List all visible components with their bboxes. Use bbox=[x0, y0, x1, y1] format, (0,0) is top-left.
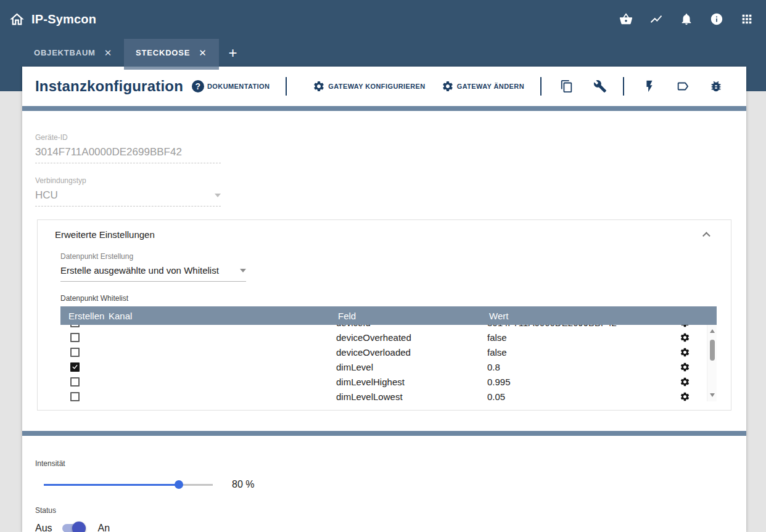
tab-objektbaum-label: OBJEKTBAUM bbox=[34, 48, 96, 57]
scrollbar-thumb[interactable] bbox=[710, 340, 715, 361]
toolbar-divider bbox=[623, 77, 624, 96]
device-controls: Intensität 80 % Status Aus An bbox=[22, 436, 746, 532]
info-icon[interactable] bbox=[710, 12, 723, 26]
advanced-settings-header[interactable]: Erweiterte Einstellungen bbox=[38, 220, 731, 245]
intensity-slider[interactable] bbox=[44, 480, 213, 489]
datenpunkt-erstellung-select[interactable]: Erstelle ausgewählte und von Whitelist bbox=[60, 265, 246, 282]
gateway-change-button[interactable]: GATEWAY ÄNDERN bbox=[442, 80, 524, 92]
row-checkbox[interactable] bbox=[70, 333, 80, 342]
slider-thumb[interactable] bbox=[175, 480, 183, 489]
row-settings-button[interactable] bbox=[680, 377, 690, 387]
whitelist-table-header: Erstellen Kanal Feld Wert bbox=[60, 306, 717, 325]
section-divider bbox=[22, 431, 746, 436]
chevron-up-icon[interactable] bbox=[702, 232, 710, 240]
row-settings-button[interactable] bbox=[680, 332, 690, 343]
column-header-kanal: Kanal bbox=[109, 311, 338, 321]
row-settings-button[interactable] bbox=[680, 362, 690, 372]
label-button[interactable] bbox=[676, 80, 690, 93]
toolbar-divider bbox=[540, 77, 542, 96]
tab-objektbaum[interactable]: OBJEKTBAUM ✕ bbox=[22, 39, 124, 67]
advanced-settings-title: Erweiterte Einstellungen bbox=[55, 229, 155, 240]
datenpunkt-erstellung-field[interactable]: Datenpunkt Erstellung Erstelle ausgewähl… bbox=[60, 252, 246, 282]
toolbar-buttons: ? DOKUMENTATION GATEWAY KONFIGURIEREN GA… bbox=[192, 77, 723, 96]
geraete-id-field: Geräte-ID 3014F711A0000DE2699BBF42 bbox=[35, 133, 221, 163]
flash-button[interactable] bbox=[643, 80, 656, 93]
label-tag-icon bbox=[676, 80, 690, 93]
row-settings-button[interactable] bbox=[680, 325, 690, 328]
wrench-button[interactable] bbox=[593, 80, 607, 93]
toggle-thumb[interactable] bbox=[72, 522, 86, 532]
tab-steckdose[interactable]: STECKDOSE ✕ bbox=[124, 39, 218, 67]
cell-wert: false bbox=[487, 347, 672, 358]
help-icon: ? bbox=[192, 80, 204, 92]
status-toggle-row: Aus An bbox=[35, 522, 746, 532]
documentation-button[interactable]: ? DOKUMENTATION bbox=[192, 80, 270, 92]
cell-wert: 0.8 bbox=[487, 362, 672, 372]
row-checkbox[interactable] bbox=[70, 348, 80, 357]
tab-close-icon[interactable]: ✕ bbox=[104, 47, 112, 59]
table-row: dimLevelHighest 0.995 bbox=[60, 374, 707, 389]
whitelist-label: Datenpunkt Whitelist bbox=[60, 294, 716, 303]
add-tab-button[interactable]: + bbox=[219, 39, 247, 67]
row-checkbox[interactable] bbox=[70, 325, 80, 327]
intensity-slider-fill bbox=[44, 484, 179, 486]
cell-wert: false bbox=[487, 332, 672, 343]
cell-feld: dimLevelHighest bbox=[336, 377, 487, 387]
check-icon bbox=[72, 363, 78, 370]
verbindungstyp-field: Verbindungstyp HCU bbox=[35, 176, 221, 207]
apps-grid-icon[interactable] bbox=[740, 12, 754, 26]
gear-icon bbox=[680, 325, 690, 328]
gear-icon bbox=[680, 362, 690, 372]
column-header-erstellen: Erstellen bbox=[60, 311, 109, 321]
gear-icon bbox=[680, 377, 690, 387]
status-toggle[interactable] bbox=[62, 522, 84, 532]
status-label: Status bbox=[35, 506, 746, 515]
gear-icon bbox=[680, 391, 690, 402]
row-settings-button[interactable] bbox=[680, 391, 690, 402]
row-settings-button[interactable] bbox=[680, 347, 690, 358]
advanced-settings-body: Datenpunkt Erstellung Erstelle ausgewähl… bbox=[38, 245, 731, 410]
table-row: dimLevel 0.8 bbox=[60, 359, 707, 374]
flash-icon bbox=[643, 80, 656, 93]
documentation-label: DOKUMENTATION bbox=[207, 83, 270, 90]
scroll-down-icon[interactable] bbox=[710, 393, 715, 397]
instance-form: Geräte-ID 3014F711A0000DE2699BBF42 Verbi… bbox=[22, 111, 746, 207]
toolbar-divider bbox=[286, 77, 287, 96]
scroll-up-icon[interactable] bbox=[710, 329, 715, 333]
intensity-label: Intensität bbox=[35, 459, 746, 468]
gateway-configure-label: GATEWAY KONFIGURIEREN bbox=[328, 83, 425, 90]
app-bar: IP-Symcon bbox=[0, 0, 766, 38]
tab-close-icon[interactable]: ✕ bbox=[199, 47, 207, 59]
copy-button[interactable] bbox=[560, 80, 574, 93]
whitelist-table-body: deviceId 3014F711A0000DE2699BBF42 device… bbox=[60, 325, 717, 401]
bug-icon bbox=[709, 80, 723, 93]
home-icon bbox=[9, 11, 25, 28]
chevron-down-icon bbox=[240, 269, 246, 272]
notifications-icon[interactable] bbox=[680, 12, 693, 26]
chart-icon[interactable] bbox=[649, 12, 663, 26]
table-row: deviceOverheated false bbox=[60, 330, 707, 345]
cell-feld: deviceOverheated bbox=[336, 332, 487, 343]
page: IP-Symcon OBJEKTBAUM ✕ STECKDOSE ✕ + Ins… bbox=[0, 0, 766, 532]
row-checkbox[interactable] bbox=[70, 392, 80, 401]
table-scrollbar[interactable] bbox=[707, 325, 717, 401]
geraete-id-label: Geräte-ID bbox=[35, 133, 221, 142]
bug-button[interactable] bbox=[709, 80, 723, 93]
gear-icon bbox=[680, 347, 690, 358]
row-checkbox[interactable] bbox=[70, 362, 80, 372]
basket-icon[interactable] bbox=[619, 12, 633, 26]
app-logo[interactable]: IP-Symcon bbox=[9, 11, 96, 28]
gear-icon bbox=[313, 80, 325, 92]
content-card: Instanzkonfiguration ? DOKUMENTATION GAT… bbox=[22, 67, 746, 532]
cell-feld: deviceOverloaded bbox=[336, 347, 487, 358]
datenpunkt-erstellung-label: Datenpunkt Erstellung bbox=[60, 252, 246, 261]
gateway-configure-button[interactable]: GATEWAY KONFIGURIEREN bbox=[313, 80, 425, 92]
cell-wert: 0.995 bbox=[487, 377, 672, 387]
cell-wert: 3014F711A0000DE2699BBF42 bbox=[487, 325, 672, 328]
table-row: deviceOverloaded false bbox=[60, 345, 707, 359]
row-checkbox[interactable] bbox=[70, 377, 80, 387]
verbindungstyp-label: Verbindungstyp bbox=[35, 176, 221, 185]
status-off-label: Aus bbox=[35, 523, 52, 532]
app-title: IP-Symcon bbox=[31, 12, 96, 27]
intensity-value: 80 % bbox=[232, 479, 254, 490]
